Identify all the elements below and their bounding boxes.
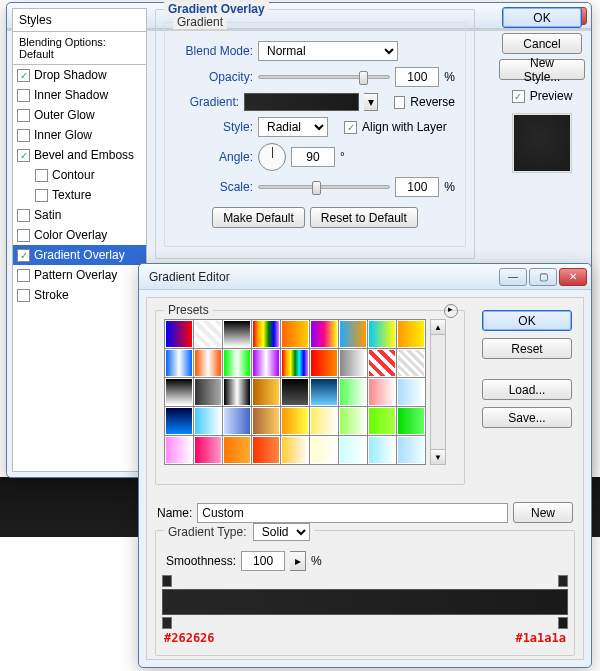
opacity-stop-right[interactable] — [558, 575, 568, 587]
style-checkbox[interactable] — [17, 249, 30, 262]
preset-swatch[interactable] — [194, 436, 222, 464]
scale-slider[interactable] — [258, 185, 390, 189]
style-item-outer-glow[interactable]: Outer Glow — [13, 105, 146, 125]
preset-swatch[interactable] — [165, 378, 193, 406]
preset-swatch[interactable] — [194, 349, 222, 377]
preset-swatch[interactable] — [281, 436, 309, 464]
style-item-satin[interactable]: Satin — [13, 205, 146, 225]
preset-swatch[interactable] — [368, 378, 396, 406]
preset-swatch[interactable] — [194, 320, 222, 348]
save-button[interactable]: Save... — [482, 407, 572, 428]
style-checkbox[interactable] — [17, 289, 30, 302]
preset-swatch[interactable] — [310, 378, 338, 406]
preset-swatch[interactable] — [223, 378, 251, 406]
preset-swatch[interactable] — [252, 407, 280, 435]
preset-swatch[interactable] — [310, 436, 338, 464]
preset-swatch[interactable] — [310, 349, 338, 377]
angle-input[interactable] — [291, 147, 335, 167]
style-checkbox[interactable] — [17, 129, 30, 142]
preset-swatch[interactable] — [223, 407, 251, 435]
gradient-dropdown-icon[interactable]: ▾ — [364, 93, 377, 111]
gradient-swatch[interactable] — [244, 93, 359, 111]
opacity-stop-left[interactable] — [162, 575, 172, 587]
preset-swatch[interactable] — [339, 436, 367, 464]
preset-swatch[interactable] — [223, 349, 251, 377]
preset-swatch[interactable] — [397, 436, 425, 464]
reset-button[interactable]: Reset — [482, 338, 572, 359]
maximize-icon[interactable]: ▢ — [529, 268, 557, 286]
preset-swatch[interactable] — [281, 320, 309, 348]
preview-checkbox[interactable] — [512, 90, 525, 103]
smoothness-input[interactable] — [241, 551, 285, 571]
name-input[interactable] — [197, 503, 508, 523]
styles-header[interactable]: Styles — [13, 9, 146, 32]
reset-default-button[interactable]: Reset to Default — [310, 207, 418, 228]
minimize-icon[interactable]: — — [499, 268, 527, 286]
style-checkbox[interactable] — [35, 189, 48, 202]
style-item-drop-shadow[interactable]: Drop Shadow — [13, 65, 146, 85]
preset-swatch[interactable] — [281, 349, 309, 377]
reverse-checkbox[interactable] — [394, 96, 405, 109]
style-item-pattern-overlay[interactable]: Pattern Overlay — [13, 265, 146, 285]
style-checkbox[interactable] — [17, 69, 30, 82]
preset-swatch[interactable] — [252, 378, 280, 406]
style-checkbox[interactable] — [17, 89, 30, 102]
style-item-gradient-overlay[interactable]: Gradient Overlay — [13, 245, 146, 265]
preset-swatch[interactable] — [310, 407, 338, 435]
style-item-stroke[interactable]: Stroke — [13, 285, 146, 305]
cancel-button[interactable]: Cancel — [502, 33, 582, 54]
smoothness-stepper-icon[interactable]: ▸ — [290, 551, 306, 571]
type-select[interactable]: Solid — [253, 523, 310, 541]
preset-swatch[interactable] — [339, 349, 367, 377]
preset-swatch[interactable] — [252, 349, 280, 377]
preset-swatch[interactable] — [165, 320, 193, 348]
presets-scrollbar[interactable]: ▲▼ — [430, 319, 446, 465]
new-button[interactable]: New — [513, 502, 573, 523]
style-item-inner-shadow[interactable]: Inner Shadow — [13, 85, 146, 105]
preset-swatch[interactable] — [310, 320, 338, 348]
preset-swatch[interactable] — [194, 407, 222, 435]
color-stop-right[interactable] — [558, 617, 568, 629]
preset-swatch[interactable] — [397, 378, 425, 406]
angle-dial[interactable] — [258, 143, 286, 171]
preset-swatch[interactable] — [165, 349, 193, 377]
preset-swatch[interactable] — [397, 320, 425, 348]
preset-swatch[interactable] — [368, 436, 396, 464]
blending-options-header[interactable]: Blending Options: Default — [13, 32, 146, 65]
preset-swatch[interactable] — [397, 349, 425, 377]
preset-swatch[interactable] — [368, 349, 396, 377]
style-checkbox[interactable] — [17, 269, 30, 282]
preset-swatch[interactable] — [281, 407, 309, 435]
make-default-button[interactable]: Make Default — [212, 207, 305, 228]
preset-swatch[interactable] — [223, 436, 251, 464]
preset-swatch[interactable] — [281, 378, 309, 406]
style-select[interactable]: Radial — [258, 117, 328, 137]
preset-swatch[interactable] — [368, 407, 396, 435]
style-checkbox[interactable] — [17, 149, 30, 162]
style-checkbox[interactable] — [17, 109, 30, 122]
preset-swatch[interactable] — [339, 378, 367, 406]
ok-button[interactable]: OK — [482, 310, 572, 331]
style-item-bevel-and-emboss[interactable]: Bevel and Emboss — [13, 145, 146, 165]
style-item-color-overlay[interactable]: Color Overlay — [13, 225, 146, 245]
close-icon[interactable]: ✕ — [559, 268, 587, 286]
style-checkbox[interactable] — [35, 169, 48, 182]
blend-mode-select[interactable]: Normal — [258, 41, 398, 61]
preset-swatch[interactable] — [339, 320, 367, 348]
style-item-inner-glow[interactable]: Inner Glow — [13, 125, 146, 145]
color-stop-left[interactable] — [162, 617, 172, 629]
preset-swatch[interactable] — [223, 320, 251, 348]
style-item-contour[interactable]: Contour — [13, 165, 146, 185]
load-button[interactable]: Load... — [482, 379, 572, 400]
preset-swatch[interactable] — [397, 407, 425, 435]
preset-swatch[interactable] — [194, 378, 222, 406]
presets-menu-icon[interactable] — [444, 304, 458, 318]
style-checkbox[interactable] — [17, 229, 30, 242]
preset-swatch[interactable] — [252, 320, 280, 348]
gradient-bar[interactable] — [162, 589, 568, 615]
preset-swatch[interactable] — [165, 436, 193, 464]
gradient-editor-titlebar[interactable]: Gradient Editor — ▢ ✕ — [139, 264, 591, 290]
opacity-slider[interactable] — [258, 75, 390, 79]
preset-swatch[interactable] — [339, 407, 367, 435]
scale-input[interactable] — [395, 177, 439, 197]
